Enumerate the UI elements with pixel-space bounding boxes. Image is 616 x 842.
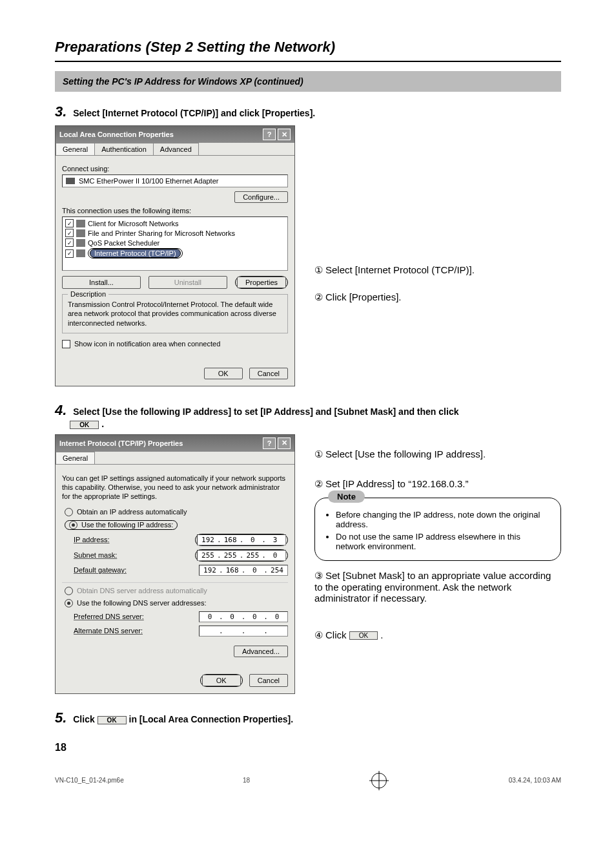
close-icon[interactable]: ✕	[278, 437, 291, 449]
connect-using-label: Connect using:	[62, 165, 288, 173]
horizontal-rule	[55, 61, 561, 62]
subnet-mask-field[interactable]: 255. 255. 255. 0	[197, 550, 286, 561]
checkbox-icon[interactable]: ✓	[65, 219, 74, 227]
install-button[interactable]: Install...	[62, 276, 141, 289]
tcpip-properties-dialog: Internet Protocol (TCP/IP) Properties ? …	[55, 434, 295, 694]
radio-icon	[65, 587, 73, 595]
dialog-title: Internet Protocol (TCP/IP) Properties	[59, 439, 261, 447]
step5-heading: 5. Click OK in [Local Area Connection Pr…	[55, 710, 561, 726]
subnet-mask-row: Subnet mask: 255. 255. 255. 0	[74, 549, 288, 562]
show-icon-label: Show icon in notification area when conn…	[74, 340, 220, 348]
dialog-tabs: General Authentication Advanced	[56, 143, 294, 156]
step4-number: 4.	[55, 402, 67, 418]
description-text: Transmission Control Protocol/Internet P…	[68, 300, 282, 328]
registration-mark-icon	[371, 773, 387, 788]
annotation-1: ①Select [Use the following IP address].	[314, 448, 561, 460]
close-icon[interactable]: ✕	[278, 129, 291, 140]
ip-address-field[interactable]: 192. 168. 0. 3	[197, 534, 286, 545]
alternate-dns-row: Alternate DNS server: . . .	[74, 626, 288, 637]
step4-text-b: .	[101, 419, 104, 429]
cancel-button[interactable]: Cancel	[249, 368, 288, 379]
alternate-dns-field[interactable]: . . .	[199, 626, 288, 637]
ip-address-row: IP address: 192. 168. 0. 3	[74, 534, 288, 546]
cancel-button[interactable]: Cancel	[249, 674, 288, 687]
radio-dns-auto: Obtain DNS server address automatically	[65, 587, 288, 595]
step3-number: 3.	[55, 103, 67, 120]
items-label: This connection uses the following items…	[62, 207, 288, 215]
tab-advanced[interactable]: Advanced	[153, 143, 199, 155]
footer-timestamp: 03.4.24, 10:03 AM	[509, 777, 561, 784]
list-item-selected[interactable]: ✓ Internet Protocol (TCP/IP)	[65, 247, 285, 259]
annotation-2: ②Click [Properties].	[314, 291, 561, 303]
inline-ok-button: OK	[70, 421, 99, 429]
radio-dns-manual[interactable]: Use the following DNS server addresses:	[65, 599, 288, 607]
step3-text: Select [Internet Protocol (TCP/IP)] and …	[73, 108, 315, 118]
radio-icon[interactable]	[65, 599, 73, 607]
nic-icon	[66, 178, 75, 184]
component-icon	[76, 220, 85, 227]
page-number: 18	[55, 742, 561, 753]
inline-ok-button: OK	[98, 716, 127, 724]
note-box: Note Before changing the IP address, not…	[314, 498, 561, 561]
help-icon[interactable]: ?	[263, 437, 276, 449]
uninstall-button: Uninstall	[149, 276, 227, 289]
footer-page: 18	[243, 777, 250, 784]
lan-properties-dialog: Local Area Connection Properties ? ✕ Gen…	[55, 125, 295, 386]
radio-icon[interactable]	[69, 521, 77, 529]
adapter-name: SMC EtherPower II 10/100 Ethernet Adapte…	[79, 177, 218, 185]
step4-text-a: Select [Use the following IP address] to…	[73, 406, 458, 417]
properties-button[interactable]: Properties	[237, 277, 286, 288]
configure-button[interactable]: Configure...	[234, 191, 288, 203]
component-icon	[76, 239, 85, 247]
dialog-title: Local Area Connection Properties	[59, 131, 261, 138]
default-gateway-field[interactable]: 192. 168. 0. 254	[199, 565, 288, 576]
inline-ok-button: OK	[349, 631, 378, 640]
checkbox-icon[interactable]: ✓	[65, 229, 74, 237]
preferred-dns-row: Preferred DNS server: 0. 0. 0. 0	[74, 611, 288, 622]
step4-heading: 4. Select [Use the following IP address]…	[55, 402, 561, 429]
dialog-titlebar: Internet Protocol (TCP/IP) Properties ? …	[56, 435, 294, 452]
tab-general[interactable]: General	[56, 452, 95, 464]
tab-general[interactable]: General	[56, 143, 95, 155]
component-icon	[76, 229, 85, 237]
radio-use-following[interactable]: Use the following IP address:	[65, 520, 288, 530]
footer: VN-C10_E_01-24.pm6e 18 03.4.24, 10:03 AM	[55, 753, 561, 788]
dialog-titlebar: Local Area Connection Properties ? ✕	[56, 126, 294, 143]
note-label: Note	[328, 490, 365, 503]
step5-text-a: Click	[73, 714, 94, 724]
note-item: Before changing the IP address, note dow…	[336, 510, 550, 529]
list-item[interactable]: ✓ File and Printer Sharing for Microsoft…	[65, 228, 285, 238]
subheading: Setting the PC's IP Address for Windows …	[55, 71, 561, 92]
radio-icon[interactable]	[65, 508, 73, 516]
step5-text-b: in [Local Area Connection Properties].	[129, 714, 294, 724]
list-item[interactable]: ✓ Client for Microsoft Networks	[65, 218, 285, 228]
annotation-2: ②Set [IP Address] to “192.168.0.3.”	[314, 478, 561, 490]
annotation-4: ④Click OK .	[314, 629, 561, 641]
page-title: Preparations (Step 2 Setting the Network…	[55, 39, 561, 56]
checkbox-icon[interactable]: ✓	[65, 249, 74, 258]
tab-authentication[interactable]: Authentication	[94, 143, 154, 155]
help-icon[interactable]: ?	[263, 129, 276, 140]
description-group: Description Transmission Control Protoco…	[62, 294, 288, 333]
footer-filename: VN-C10_E_01-24.pm6e	[55, 777, 124, 784]
step5-number: 5.	[55, 710, 67, 726]
description-label: Description	[68, 290, 108, 298]
items-listbox[interactable]: ✓ Client for Microsoft Networks ✓ File a…	[62, 216, 288, 271]
ok-button[interactable]: OK	[202, 675, 241, 686]
preferred-dns-field[interactable]: 0. 0. 0. 0	[199, 611, 288, 622]
show-icon-checkbox[interactable]	[62, 340, 70, 348]
ok-button[interactable]: OK	[204, 368, 243, 379]
component-icon	[76, 249, 85, 257]
annotation-1: ①Select [Internet Protocol (TCP/IP)].	[314, 264, 561, 276]
intro-text: You can get IP settings assigned automat…	[62, 474, 288, 501]
default-gateway-row: Default gateway: 192. 168. 0. 254	[74, 565, 288, 576]
list-item[interactable]: ✓ QoS Packet Scheduler	[65, 238, 285, 247]
step3-heading: 3. Select [Internet Protocol (TCP/IP)] a…	[55, 103, 561, 120]
annotation-3: ③Set [Subnet Mask] to an appropriate val…	[314, 570, 561, 604]
advanced-button[interactable]: Advanced...	[234, 646, 288, 657]
checkbox-icon[interactable]: ✓	[65, 238, 74, 247]
radio-obtain-auto[interactable]: Obtain an IP address automatically	[65, 508, 288, 516]
note-item: Do not use the same IP address elsewhere…	[336, 532, 550, 551]
adapter-field: SMC EtherPower II 10/100 Ethernet Adapte…	[62, 174, 288, 187]
